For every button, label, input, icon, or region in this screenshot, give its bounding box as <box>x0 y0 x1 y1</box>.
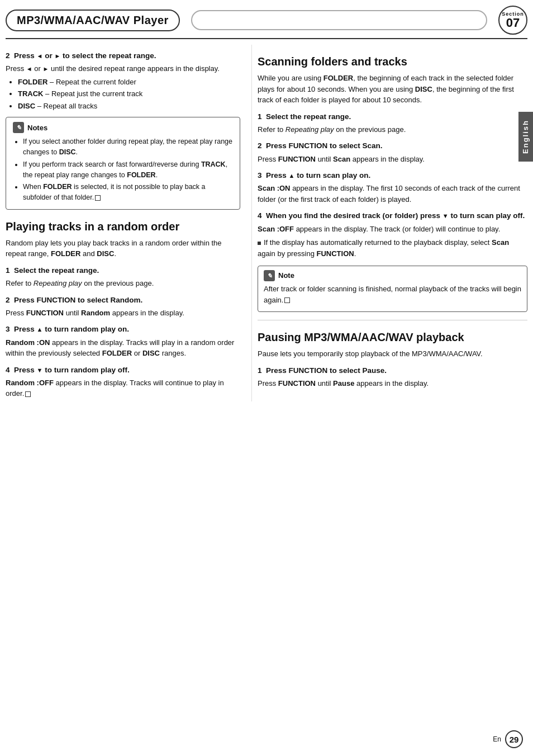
random-step1-body: Refer to Repeating play on the previous … <box>6 278 240 289</box>
random-step4-heading: 4 Press to turn random play off. <box>6 365 240 376</box>
note-item-2: If you perform track search or fast forw… <box>23 159 233 181</box>
pause-step1-body: Press FUNCTION until Pause appears in th… <box>258 378 527 389</box>
random-step2-heading: 2 Press FUNCTION to select Random. <box>6 295 240 306</box>
step2-heading: 2 Press or to select the repeat range. <box>6 50 240 62</box>
pausing-intro: Pause lets you temporarily stop playback… <box>258 348 527 360</box>
scan-step1-body: Refer to Repeating play on the previous … <box>258 124 527 135</box>
scanning-section-title: Scanning folders and tracks <box>258 55 527 68</box>
scan-step2-heading: 2 Press FUNCTION to select Scan. <box>258 140 527 152</box>
step2-number: 2 <box>6 51 10 60</box>
random-step3-heading: 3 Press to turn random play on. <box>6 324 240 335</box>
list-item-folder: FOLDER – Repeat the current folder <box>18 77 240 88</box>
notes-box: ✎ Notes If you select another folder dur… <box>6 117 240 210</box>
repeat-range-list: FOLDER – Repeat the current folder TRACK… <box>18 77 240 112</box>
page-header: MP3/WMA/AAC/WAV Player Section 07 <box>6 0 527 39</box>
right-column: Scanning folders and tracks While you ar… <box>251 45 527 401</box>
scan-step2-body: Press FUNCTION until Scan appears in the… <box>258 154 527 165</box>
scan-step3-body: Scan :ON appears in the display. The fir… <box>258 183 527 205</box>
section-badge: Section 07 <box>498 6 527 35</box>
note-body: After track or folder scanning is finish… <box>264 284 521 305</box>
header-center-bar <box>191 10 487 30</box>
note-item-1: If you select another folder during repe… <box>23 136 233 158</box>
section-divider <box>258 320 527 320</box>
random-step2-body: Press FUNCTION until Random appears in t… <box>6 308 240 319</box>
page-title: MP3/WMA/AAC/WAV Player <box>6 10 180 31</box>
pause-step1-heading: 1 Press FUNCTION to select Pause. <box>258 365 527 376</box>
scan-step3-heading: 3 Press to turn scan play on. <box>258 170 527 181</box>
scan-step4-note: If the display has automatically returne… <box>258 237 527 259</box>
main-content: 2 Press or to select the repeat range. P… <box>0 39 533 407</box>
notes-list: If you select another folder during repe… <box>23 136 233 203</box>
note-title: ✎ Note <box>264 270 521 281</box>
section-number: 07 <box>506 17 520 29</box>
left-column: 2 Press or to select the repeat range. P… <box>6 45 251 401</box>
en-label: En <box>493 735 501 743</box>
random-step4-body: Random :OFF appears in the display. Trac… <box>6 377 240 399</box>
page-number: 29 <box>505 730 523 748</box>
scan-step1-heading: 1 Select the repeat range. <box>258 111 527 122</box>
english-label: English <box>518 112 533 162</box>
scanning-intro: While you are using FOLDER, the beginnin… <box>258 73 527 106</box>
notes-icon: ✎ <box>13 122 24 133</box>
random-section-title: Playing tracks in a random order <box>6 220 240 233</box>
scan-step4-body: Scan :OFF appears in the display. The tr… <box>258 224 527 235</box>
page-number-area: En 29 <box>493 730 523 748</box>
note-item-3: When FOLDER is selected, it is not possi… <box>23 182 233 203</box>
step2-body: Press or until the desired repeat range … <box>6 63 240 74</box>
random-intro: Random play lets you play back tracks in… <box>6 238 240 259</box>
note-box: ✎ Note After track or folder scanning is… <box>258 266 527 312</box>
random-step3-body: Random :ON appears in the display. Track… <box>6 337 240 359</box>
notes-title: ✎ Notes <box>13 122 233 133</box>
scan-step4-heading: 4 When you find the desired track (or fo… <box>258 210 527 221</box>
list-item-track: TRACK – Repeat just the current track <box>18 88 240 100</box>
pausing-section-title: Pausing MP3/WMA/AAC/WAV playback <box>258 330 527 344</box>
note-icon: ✎ <box>264 270 275 281</box>
random-step1-heading: 1 Select the repeat range. <box>6 265 240 276</box>
list-item-disc: DISC – Repeat all tracks <box>18 101 240 112</box>
